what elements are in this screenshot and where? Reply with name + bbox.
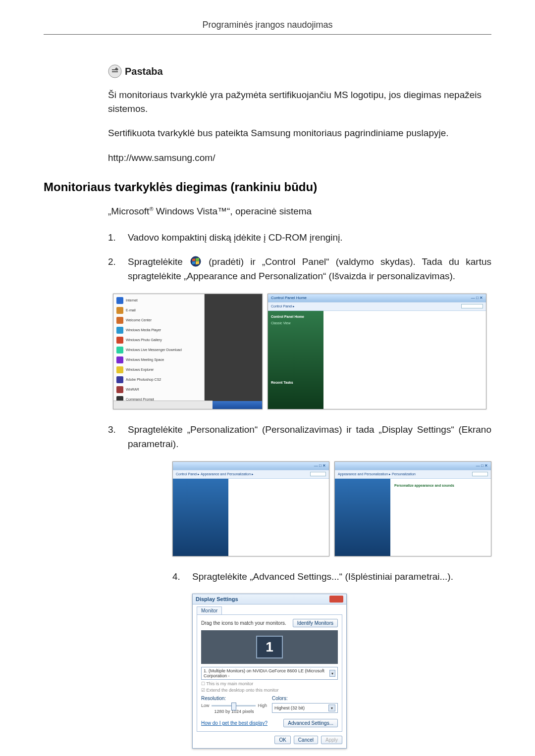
start-menu-item[interactable]: Welcome Center: [116, 316, 201, 325]
start-menu-item[interactable]: E-mail: [116, 306, 201, 315]
chk-extend-desktop: ☑ Extend the desktop onto this monitor: [201, 688, 338, 693]
cp-side-classic: Classic View: [271, 321, 321, 325]
personalize-heading: Personalize appearance and sounds: [394, 484, 487, 487]
screenshot-control-panel: Control Panel Home — □ ✕ Control Panel ▸…: [268, 294, 486, 409]
cp-side-recent: Recent Tasks: [271, 381, 321, 384]
tab-monitor[interactable]: Monitor: [197, 606, 222, 614]
monitor-1-icon[interactable]: 1: [256, 636, 283, 658]
section-title: Monitoriaus tvarkyklės diegimas (rankini…: [44, 180, 491, 194]
start-menu-item[interactable]: Windows Explorer: [116, 365, 201, 374]
resolution-label: Resolution:: [201, 696, 267, 701]
chevron-down-icon[interactable]: ▾: [328, 705, 335, 711]
step-2: 2. Spragtelėkite (pradėti) ir „Control P…: [108, 254, 491, 284]
page-header: Programinės įrangos naudojimas: [44, 20, 491, 35]
app-icon: [116, 317, 123, 324]
start-orb-icon: [190, 256, 201, 267]
app-icon: [116, 366, 123, 373]
screenshot-personalization: — □ ✕ Appearance and Personalization ▸ P…: [334, 461, 491, 556]
cp-side-head: Control Panel Home: [271, 315, 321, 318]
apply-button[interactable]: Apply: [321, 736, 342, 744]
note-icon: [108, 64, 122, 78]
search-box: [310, 472, 326, 476]
note-label: Pastaba: [125, 66, 163, 77]
chk-main-monitor: ☐ This is my main monitor: [201, 681, 338, 686]
page-header-title: Programinės įrangos naudojimas: [202, 20, 332, 30]
note-heading: Pastaba: [108, 64, 491, 78]
cancel-button[interactable]: Cancel: [294, 736, 318, 744]
cp-window-title: Control Panel Home: [271, 296, 307, 300]
start-menu-item[interactable]: Internet: [116, 296, 201, 305]
note-url: http://www.samsung.com/: [108, 151, 491, 165]
taskbar-tray: [213, 401, 262, 409]
monitor-select[interactable]: 1. (Multiple Monitors) on NVIDIA GeForce…: [201, 667, 338, 680]
identify-monitors-button[interactable]: Identify Monitors: [293, 619, 338, 627]
start-menu-item[interactable]: Windows Meeting Space: [116, 355, 201, 364]
chevron-down-icon[interactable]: ▾: [329, 670, 335, 677]
start-menu-item[interactable]: WinRAR: [116, 385, 201, 394]
start-search: [113, 401, 213, 409]
start-menu-item[interactable]: Windows Media Player: [116, 326, 201, 335]
step-3: 3. Spragtelėkite „Personalization“ (Pers…: [108, 422, 491, 452]
app-icon: [116, 376, 123, 383]
screenshot-appearance-personalization: — □ ✕ Control Panel ▸ Appearance and Per…: [172, 461, 329, 556]
breadcrumb: Control Panel ▸ Appearance and Personali…: [176, 472, 254, 476]
start-menu-item[interactable]: Windows Photo Gallery: [116, 336, 201, 345]
window-controls: — □ ✕: [314, 463, 326, 468]
window-controls: — □ ✕: [476, 463, 488, 468]
app-icon: [116, 347, 123, 353]
app-icon: [116, 356, 123, 363]
ok-button[interactable]: OK: [274, 736, 290, 744]
app-icon: [116, 297, 123, 304]
step-1: 1. Vadovo kompaktinį diską įdėkite į CD-…: [108, 230, 491, 245]
step-4: 4. Spragtelėkite „Advanced Settings...“ …: [172, 569, 491, 584]
drag-hint: Drag the icons to match your monitors.: [201, 620, 286, 626]
search-box: [461, 304, 483, 308]
help-link[interactable]: How do I get the best display?: [201, 720, 268, 726]
start-menu-item[interactable]: Adobe Photoshop CS2: [116, 375, 201, 384]
search-box: [472, 472, 488, 476]
dialog-title: Display Settings: [196, 596, 238, 602]
screenshot-start-menu: InternetE-mailWelcome CenterWindows Medi…: [113, 294, 263, 409]
app-icon: [116, 337, 123, 344]
monitor-arrangement[interactable]: 1: [201, 630, 338, 664]
app-icon: [116, 327, 123, 334]
section-subtitle: „Microsoft® Windows Vista™“, operacinė s…: [108, 206, 491, 217]
app-icon: [116, 386, 123, 393]
close-icon[interactable]: [329, 596, 343, 603]
breadcrumb: Appearance and Personalization ▸ Persona…: [338, 472, 416, 476]
advanced-settings-button[interactable]: Advanced Settings...: [283, 719, 338, 727]
display-settings-dialog: Display Settings Monitor Drag the icons …: [192, 594, 347, 749]
note-p1: Ši monitoriaus tvarkyklė yra pažymėta se…: [108, 88, 491, 115]
resolution-slider[interactable]: Low High: [201, 703, 267, 708]
note-p2: Sertifikuota tvarkyklė bus pateikta Sams…: [108, 126, 491, 140]
window-controls: — □ ✕: [471, 296, 483, 300]
app-icon: [116, 307, 123, 314]
colors-label: Colors:: [272, 696, 338, 701]
colors-select[interactable]: Highest (32 bit) ▾: [272, 703, 338, 713]
start-menu-item[interactable]: Windows Live Messenger Download: [116, 346, 201, 354]
breadcrumb: Control Panel ▸: [271, 304, 295, 308]
